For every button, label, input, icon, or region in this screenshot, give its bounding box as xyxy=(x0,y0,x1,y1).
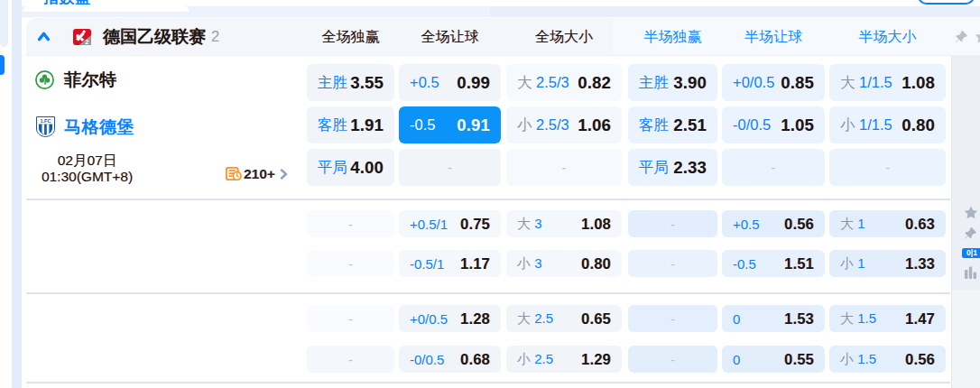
svg-text:2: 2 xyxy=(85,37,88,44)
svg-text:1.FC: 1.FC xyxy=(40,118,51,124)
